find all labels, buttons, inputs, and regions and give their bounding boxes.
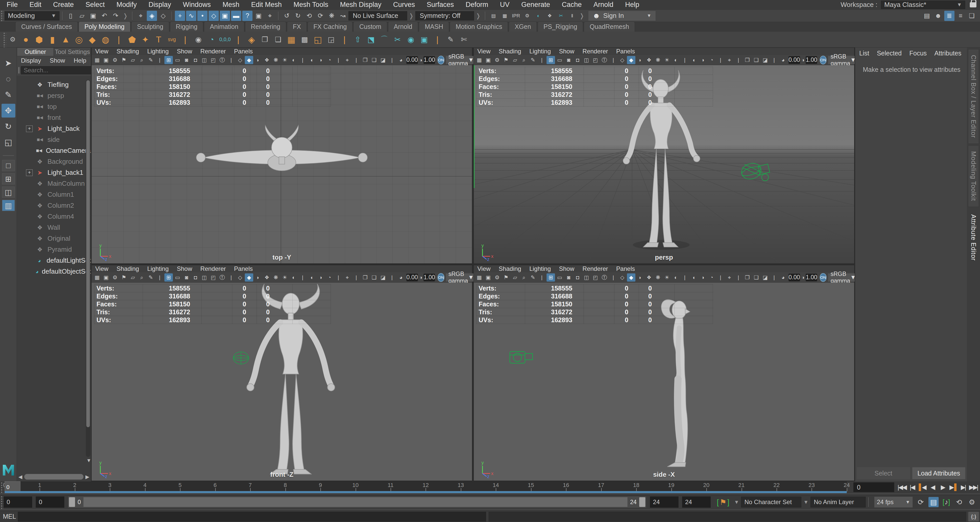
xray-joints-icon[interactable]: ◔ <box>707 56 716 64</box>
attribute-editor-menu-item[interactable]: List <box>859 49 869 57</box>
poly-cylinder-icon[interactable]: ▮ <box>46 33 59 46</box>
safe-action-icon[interactable]: ◰ <box>209 56 218 64</box>
smooth-shade-icon[interactable]: ◆ <box>245 56 253 64</box>
lock-camera-icon[interactable]: ▣ <box>102 56 110 64</box>
panel-menu-item[interactable]: Shading <box>117 265 139 272</box>
outliner-item[interactable]: defaultLightSet <box>17 255 91 266</box>
grid-icon[interactable]: ⊞ <box>164 56 173 64</box>
sep[interactable]: | <box>334 56 342 64</box>
sep[interactable]: | <box>716 273 725 282</box>
panel-menu-item[interactable]: Shading <box>499 265 521 272</box>
textured-icon[interactable]: ❖ <box>645 56 653 64</box>
combine-icon[interactable]: ❐ <box>258 33 271 46</box>
grid-icon[interactable]: ⊞ <box>547 56 555 64</box>
workspace-lock-icon[interactable] <box>970 2 977 7</box>
xray-joints-icon[interactable]: ◔ <box>325 273 334 282</box>
exposure-field[interactable]: 0.00 <box>789 56 800 64</box>
load-attributes-button[interactable]: Load Attributes <box>912 467 966 479</box>
grid-icon[interactable]: ⊞ <box>164 273 173 282</box>
model-top-view[interactable] <box>195 119 369 195</box>
poly-plane-icon[interactable]: ◆ <box>86 33 99 46</box>
zero-transforms-icon[interactable]: 0,0,0 <box>218 33 232 46</box>
collapse-arrow-icon[interactable]: ❭ <box>409 12 414 19</box>
sep[interactable]: | <box>538 56 546 64</box>
platonic-solid-icon[interactable]: ⬟ <box>125 33 138 46</box>
colorspace-dropdown[interactable]: sRGB gamma▼ <box>446 56 476 64</box>
shelf-tab[interactable]: Curves / Surfaces <box>15 21 78 32</box>
outliner-item[interactable]: Original <box>17 233 91 244</box>
menu-item[interactable]: Display <box>149 1 171 8</box>
ipr-render-icon[interactable]: IPR <box>511 11 521 21</box>
camera-attributes-icon[interactable]: ⚙ <box>493 56 501 64</box>
shelf-tab[interactable]: Sculpting <box>131 21 169 32</box>
xray-icon[interactable]: ◖ <box>307 273 316 282</box>
xray-joints-icon[interactable]: ◔ <box>325 56 334 64</box>
shelf-tab[interactable]: MASH <box>419 21 449 32</box>
menu-item[interactable]: Create <box>53 1 74 8</box>
drag-handle[interactable] <box>0 10 3 22</box>
grid-icon[interactable]: ⊞ <box>547 273 555 282</box>
panel-menu-item[interactable]: View <box>95 48 108 55</box>
viewport-canvas-persp[interactable]: Verts:15855500Edges:31668800Faces:158150… <box>474 65 854 263</box>
channel-box-toggle-icon[interactable]: ≣ <box>944 11 955 21</box>
panel-menu-item[interactable]: Lighting <box>530 48 551 55</box>
attribute-editor-menu-item[interactable]: Focus <box>909 49 927 57</box>
panel-tab[interactable]: Outliner <box>17 48 54 56</box>
default-lighting-icon[interactable]: ☀ <box>280 56 289 64</box>
sep[interactable]: | <box>388 56 396 64</box>
sidebar-vertical-tab[interactable]: Attribute Editor <box>968 209 979 267</box>
exposure-icon[interactable]: ◕ <box>397 56 405 64</box>
toon-shading-icon[interactable]: ❖ <box>544 11 555 21</box>
collapse-arrow-icon[interactable]: ❭ <box>476 12 481 19</box>
outliner-item[interactable]: persp <box>17 90 91 101</box>
panel-menu-item[interactable]: Shading <box>117 48 139 55</box>
menu-item[interactable]: Curves <box>393 1 415 8</box>
sep[interactable]: | <box>112 33 125 46</box>
wireframe-icon[interactable]: ◇ <box>618 56 627 64</box>
outliner-menu-item[interactable]: Show <box>50 57 65 64</box>
drag-handle[interactable] <box>3 32 6 47</box>
green-wireframe-object[interactable] <box>228 345 254 371</box>
panel-menu-item[interactable]: Renderer <box>582 265 608 272</box>
select-component-icon[interactable]: ◇ <box>158 11 168 21</box>
flat-shade-icon[interactable]: ◗ <box>254 56 262 64</box>
shelf-tab[interactable]: Animation <box>204 21 244 32</box>
panel-tab[interactable]: Tool Settings <box>54 48 91 56</box>
field-chart-icon[interactable]: ◫ <box>200 56 208 64</box>
attribute-editor-menu-item[interactable]: Attributes <box>934 49 961 57</box>
undo-icon[interactable]: ↶ <box>99 11 110 21</box>
shelf-tab[interactable]: Motion Graphics <box>450 21 508 32</box>
flat-shade-icon[interactable]: ◗ <box>636 56 644 64</box>
isolate-remove-icon[interactable]: ◪ <box>761 273 769 282</box>
wireframe-on-shaded-icon[interactable]: ❋ <box>272 273 280 282</box>
sep[interactable]: | <box>734 56 743 64</box>
field-chart-icon[interactable]: ◫ <box>200 273 208 282</box>
grease-pencil-icon[interactable]: ✎ <box>146 273 155 282</box>
menu-item[interactable]: Mesh Display <box>340 1 381 8</box>
bookmark-icon[interactable]: ⚑ <box>120 273 128 282</box>
shelf-tab[interactable]: Arnold <box>388 21 418 32</box>
field-chart-icon[interactable]: ◫ <box>582 56 591 64</box>
play-forwards-button[interactable]: ▶ <box>938 482 947 492</box>
wireframe-on-shaded-icon[interactable]: ❋ <box>654 56 662 64</box>
outliner-hscrollbar[interactable]: ◀ ▶ <box>17 472 91 481</box>
range-slider[interactable]: 0 24 <box>68 496 646 508</box>
symmetry-field[interactable]: Symmetry: Off <box>415 11 474 21</box>
live-surface-field[interactable]: No Live Surface <box>348 11 407 21</box>
snap-help-icon[interactable]: ? <box>242 11 253 21</box>
panel-menu-item[interactable]: View <box>477 48 491 55</box>
wireframe-on-shaded-icon[interactable]: ❋ <box>654 273 662 282</box>
sep[interactable]: | <box>431 33 444 46</box>
new-scene-icon[interactable]: ▯ <box>65 11 76 21</box>
select-camera-icon[interactable]: ▦ <box>475 273 484 282</box>
sidebar-vertical-tab[interactable]: Channel Box / Layer Editor <box>968 49 979 144</box>
collapse-arrow-icon[interactable]: ❭ <box>579 12 584 19</box>
film-gate-icon[interactable]: ▭ <box>173 56 182 64</box>
svg-tool-icon[interactable]: svg <box>165 33 178 46</box>
textured-icon[interactable]: ❖ <box>262 273 271 282</box>
outliner-vscrollbar[interactable]: ▼ <box>86 80 91 457</box>
snap-surface-icon[interactable]: ▣ <box>220 11 230 21</box>
resolution-gate-icon[interactable]: ◙ <box>182 273 191 282</box>
grease-pencil-icon[interactable]: ✎ <box>529 56 537 64</box>
image-plane-icon[interactable]: ▱ <box>129 273 137 282</box>
